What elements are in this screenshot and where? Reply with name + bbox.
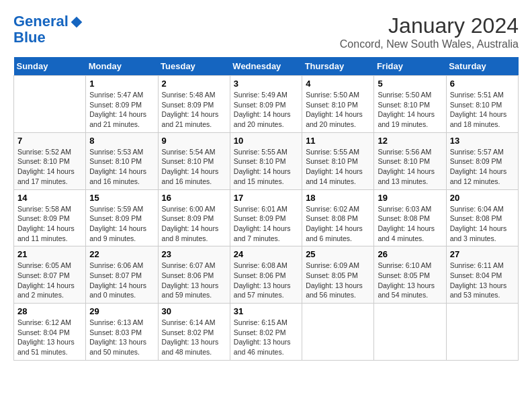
- day-info: Sunrise: 6:12 AMSunset: 8:04 PMDaylight:…: [17, 318, 82, 357]
- calendar-cell: [446, 304, 518, 361]
- calendar-cell: 26Sunrise: 6:10 AMSunset: 8:05 PMDayligh…: [374, 246, 446, 304]
- calendar-cell: 4Sunrise: 5:50 AMSunset: 8:10 PMDaylight…: [302, 76, 374, 133]
- calendar-table: SundayMondayTuesdayWednesdayThursdayFrid…: [13, 57, 519, 361]
- day-number: 3: [234, 79, 298, 89]
- calendar-cell: 30Sunrise: 6:14 AMSunset: 8:02 PMDayligh…: [158, 304, 230, 361]
- day-info: Sunrise: 6:07 AMSunset: 8:06 PMDaylight:…: [162, 261, 226, 300]
- day-number: 1: [89, 79, 154, 89]
- day-info: Sunrise: 6:08 AMSunset: 8:06 PMDaylight:…: [234, 261, 298, 300]
- day-number: 26: [378, 249, 442, 259]
- day-info: Sunrise: 6:14 AMSunset: 8:02 PMDaylight:…: [162, 318, 226, 357]
- day-info: Sunrise: 5:52 AMSunset: 8:10 PMDaylight:…: [17, 147, 82, 187]
- header-row: SundayMondayTuesdayWednesdayThursdayFrid…: [14, 57, 519, 76]
- svg-marker-0: [71, 17, 83, 28]
- calendar-cell: 3Sunrise: 5:49 AMSunset: 8:09 PMDaylight…: [230, 76, 302, 133]
- day-info: Sunrise: 6:15 AMSunset: 8:02 PMDaylight:…: [234, 318, 298, 357]
- day-header-saturday: Saturday: [446, 57, 518, 76]
- day-number: 23: [162, 249, 226, 259]
- day-info: Sunrise: 5:56 AMSunset: 8:10 PMDaylight:…: [378, 147, 442, 187]
- day-info: Sunrise: 5:50 AMSunset: 8:10 PMDaylight:…: [378, 90, 442, 130]
- calendar-cell: 27Sunrise: 6:11 AMSunset: 8:04 PMDayligh…: [446, 246, 518, 304]
- calendar-cell: 5Sunrise: 5:50 AMSunset: 8:10 PMDaylight…: [374, 76, 446, 133]
- day-number: 13: [450, 136, 515, 146]
- day-number: 28: [17, 306, 82, 316]
- page-header: General Blue January 2024 Concord, New S…: [13, 13, 519, 50]
- day-number: 30: [162, 306, 226, 316]
- day-number: 18: [306, 193, 370, 203]
- calendar-cell: 14Sunrise: 5:58 AMSunset: 8:09 PMDayligh…: [14, 189, 86, 246]
- day-number: 24: [234, 249, 298, 259]
- day-number: 19: [378, 193, 442, 203]
- day-info: Sunrise: 6:06 AMSunset: 8:07 PMDaylight:…: [89, 261, 154, 300]
- day-header-wednesday: Wednesday: [230, 57, 302, 76]
- day-header-thursday: Thursday: [302, 57, 374, 76]
- calendar-cell: 13Sunrise: 5:57 AMSunset: 8:09 PMDayligh…: [446, 132, 518, 189]
- day-number: 21: [17, 249, 82, 259]
- day-number: 10: [234, 136, 298, 146]
- day-number: 6: [450, 79, 515, 89]
- calendar-cell: 31Sunrise: 6:15 AMSunset: 8:02 PMDayligh…: [230, 304, 302, 361]
- day-info: Sunrise: 5:51 AMSunset: 8:10 PMDaylight:…: [450, 90, 515, 130]
- calendar-cell: 21Sunrise: 6:05 AMSunset: 8:07 PMDayligh…: [14, 246, 86, 304]
- day-header-sunday: Sunday: [14, 57, 86, 76]
- day-info: Sunrise: 6:03 AMSunset: 8:08 PMDaylight:…: [378, 204, 442, 244]
- subtitle: Concord, New South Wales, Australia: [340, 38, 519, 50]
- calendar-cell: 20Sunrise: 6:04 AMSunset: 8:08 PMDayligh…: [446, 189, 518, 246]
- calendar-cell: 9Sunrise: 5:54 AMSunset: 8:10 PMDaylight…: [158, 132, 230, 189]
- day-number: 14: [17, 193, 82, 203]
- day-header-tuesday: Tuesday: [158, 57, 230, 76]
- day-number: 15: [89, 193, 154, 203]
- day-info: Sunrise: 5:48 AMSunset: 8:09 PMDaylight:…: [162, 90, 226, 130]
- day-number: 20: [450, 193, 515, 203]
- day-number: 9: [162, 136, 226, 146]
- logo-icon: [70, 15, 83, 29]
- day-info: Sunrise: 5:55 AMSunset: 8:10 PMDaylight:…: [234, 147, 298, 187]
- calendar-week-5: 28Sunrise: 6:12 AMSunset: 8:04 PMDayligh…: [14, 304, 519, 361]
- calendar-cell: 25Sunrise: 6:09 AMSunset: 8:05 PMDayligh…: [302, 246, 374, 304]
- calendar-cell: 8Sunrise: 5:53 AMSunset: 8:10 PMDaylight…: [86, 132, 158, 189]
- day-info: Sunrise: 6:13 AMSunset: 8:03 PMDaylight:…: [89, 318, 154, 357]
- calendar-cell: [374, 304, 446, 361]
- day-number: 2: [162, 79, 226, 89]
- day-info: Sunrise: 5:59 AMSunset: 8:09 PMDaylight:…: [89, 204, 154, 244]
- day-info: Sunrise: 6:09 AMSunset: 8:05 PMDaylight:…: [306, 261, 370, 300]
- day-number: 12: [378, 136, 442, 146]
- day-info: Sunrise: 6:05 AMSunset: 8:07 PMDaylight:…: [17, 261, 82, 300]
- day-info: Sunrise: 5:57 AMSunset: 8:09 PMDaylight:…: [450, 147, 515, 187]
- day-header-friday: Friday: [374, 57, 446, 76]
- day-number: 22: [89, 249, 154, 259]
- day-info: Sunrise: 6:01 AMSunset: 8:09 PMDaylight:…: [234, 204, 298, 244]
- main-title: January 2024: [340, 13, 519, 38]
- day-number: 16: [162, 193, 226, 203]
- calendar-cell: 28Sunrise: 6:12 AMSunset: 8:04 PMDayligh…: [14, 304, 86, 361]
- calendar-cell: [302, 304, 374, 361]
- day-number: 8: [89, 136, 154, 146]
- logo: General Blue: [13, 13, 83, 46]
- logo-text: General Blue: [13, 13, 83, 46]
- day-number: 7: [17, 136, 82, 146]
- calendar-cell: 19Sunrise: 6:03 AMSunset: 8:08 PMDayligh…: [374, 189, 446, 246]
- day-header-monday: Monday: [86, 57, 158, 76]
- day-info: Sunrise: 5:47 AMSunset: 8:09 PMDaylight:…: [89, 90, 154, 130]
- calendar-cell: 1Sunrise: 5:47 AMSunset: 8:09 PMDaylight…: [86, 76, 158, 133]
- day-info: Sunrise: 6:10 AMSunset: 8:05 PMDaylight:…: [378, 261, 442, 300]
- day-info: Sunrise: 5:58 AMSunset: 8:09 PMDaylight:…: [17, 204, 82, 244]
- day-number: 25: [306, 249, 370, 259]
- calendar-week-1: 1Sunrise: 5:47 AMSunset: 8:09 PMDaylight…: [14, 76, 519, 133]
- calendar-cell: 29Sunrise: 6:13 AMSunset: 8:03 PMDayligh…: [86, 304, 158, 361]
- calendar-week-3: 14Sunrise: 5:58 AMSunset: 8:09 PMDayligh…: [14, 189, 519, 246]
- calendar-cell: 12Sunrise: 5:56 AMSunset: 8:10 PMDayligh…: [374, 132, 446, 189]
- calendar-cell: 22Sunrise: 6:06 AMSunset: 8:07 PMDayligh…: [86, 246, 158, 304]
- day-number: 4: [306, 79, 370, 89]
- calendar-cell: 15Sunrise: 5:59 AMSunset: 8:09 PMDayligh…: [86, 189, 158, 246]
- day-info: Sunrise: 6:00 AMSunset: 8:09 PMDaylight:…: [162, 204, 226, 244]
- day-info: Sunrise: 6:04 AMSunset: 8:08 PMDaylight:…: [450, 204, 515, 244]
- logo-line1: General: [13, 13, 69, 30]
- calendar-cell: 16Sunrise: 6:00 AMSunset: 8:09 PMDayligh…: [158, 189, 230, 246]
- title-block: January 2024 Concord, New South Wales, A…: [340, 13, 519, 50]
- day-info: Sunrise: 6:02 AMSunset: 8:08 PMDaylight:…: [306, 204, 370, 244]
- calendar-week-2: 7Sunrise: 5:52 AMSunset: 8:10 PMDaylight…: [14, 132, 519, 189]
- day-info: Sunrise: 5:53 AMSunset: 8:10 PMDaylight:…: [89, 147, 154, 187]
- calendar-cell: 24Sunrise: 6:08 AMSunset: 8:06 PMDayligh…: [230, 246, 302, 304]
- calendar-cell: 7Sunrise: 5:52 AMSunset: 8:10 PMDaylight…: [14, 132, 86, 189]
